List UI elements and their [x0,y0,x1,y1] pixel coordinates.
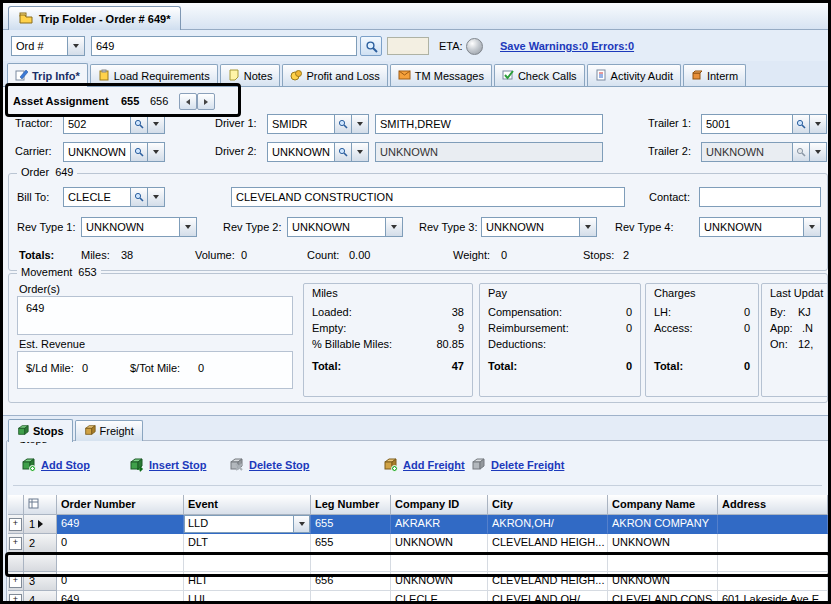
carrier-combo[interactable]: UNKNOWN [63,142,165,162]
col-header-address[interactable]: Address [718,495,828,515]
cell-company-name[interactable]: AKRON COMPANY [608,515,718,534]
col-header-order-number[interactable]: Order Number [57,495,184,515]
cell-event[interactable]: DLT [184,534,311,553]
tractor-combo[interactable]: 502 [63,114,165,134]
expand-icon[interactable] [9,537,22,550]
bill-to-input[interactable]: CLECLE [63,187,130,207]
rev-type-2-dropdown-button[interactable] [385,217,403,237]
cell-company-id[interactable]: CLECLE [391,591,488,604]
tab-intermodal[interactable]: Interm [683,64,746,86]
window-tab[interactable]: Trip Folder - Order # 649* [8,6,181,30]
cell-event[interactable]: HLT [184,572,311,591]
driver2-dropdown-button[interactable] [351,142,369,162]
driver2-lookup-button[interactable] [334,142,351,162]
tab-notes[interactable]: Notes [220,64,281,86]
row-number-cell[interactable]: 2 [24,534,57,553]
row-expand-cell[interactable] [8,591,24,604]
event-combo[interactable]: LLD [184,515,310,533]
orders-box[interactable]: 649 [17,296,293,335]
stop-row-1[interactable]: 1 649 LLD 655 AKRAKR AKRON,OH/ AKRON COM… [8,515,828,534]
trailer1-dropdown-button[interactable] [809,114,827,134]
delete-freight-link[interactable]: Delete Freight [471,457,564,473]
delete-freight-label[interactable]: Delete Freight [491,459,564,471]
cell-leg-number[interactable]: 656 [311,572,391,591]
row-expand-cell[interactable] [8,572,24,591]
cell-order-number[interactable]: 0 [57,572,184,591]
expand-icon[interactable] [9,518,22,531]
add-stop-link[interactable]: Add Stop [21,457,90,473]
cell-city[interactable]: CLEVELAND HEIGH... [488,572,608,591]
delete-stop-link[interactable]: Delete Stop [229,457,310,473]
cell-company-name[interactable]: CLEVELAND CONS... [608,591,718,604]
trailer2-dropdown-button[interactable] [809,142,827,162]
bill-to-combo[interactable]: CLECLE [63,187,165,207]
event-dropdown-button[interactable] [293,516,309,532]
tab-trip-info[interactable]: Trip Info* [7,63,88,87]
col-header-leg-number[interactable]: Leg Number [311,495,391,515]
cell-address[interactable] [718,572,828,591]
grid-row-selector-header[interactable] [24,495,57,515]
col-header-company-id[interactable]: Company ID [391,495,488,515]
cell-company-id[interactable]: UNKNOWN [391,534,488,553]
bill-to-dropdown-button[interactable] [147,187,165,207]
driver2-combo[interactable]: UNKNOWN [267,142,369,162]
tractor-input[interactable]: 502 [63,114,130,134]
cell-order-number[interactable]: 649 [57,591,184,604]
rev-type-1-dropdown-button[interactable] [179,217,197,237]
driver1-lookup-button[interactable] [334,114,351,134]
search-button[interactable] [360,36,382,56]
row-expand-cell[interactable] [8,534,24,553]
stop-row-4[interactable]: 4 649 LUL CLECLE CLEVELAND,OH/ CLEVELAND… [8,591,828,604]
cell-address[interactable] [718,515,828,534]
cell-leg-number[interactable] [311,591,391,604]
bill-to-lookup-button[interactable] [130,187,147,207]
driver2-input[interactable]: UNKNOWN [267,142,334,162]
cell-order-number[interactable]: 0 [57,534,184,553]
carrier-lookup-button[interactable] [130,142,147,162]
driver1-input[interactable]: SMIDR [267,114,334,134]
trailer1-input[interactable]: 5001 [701,114,792,134]
add-freight-label[interactable]: Add Freight [403,459,465,471]
rev-type-2-select[interactable]: UNKNOWN [287,217,403,237]
save-warnings-link[interactable]: Save Warnings:0 Errors:0 [500,40,634,52]
order-number-input[interactable]: 649 [91,36,357,56]
row-number-cell[interactable]: 3 [24,572,57,591]
add-stop-label[interactable]: Add Stop [41,459,90,471]
carrier-dropdown-button[interactable] [147,142,165,162]
cell-address[interactable]: 601 Lakeside Ave E [718,591,828,604]
row-expand-cell[interactable] [8,515,24,534]
cell-leg-number[interactable]: 655 [311,534,391,553]
col-header-city[interactable]: City [488,495,608,515]
driver1-combo[interactable]: SMIDR [267,114,369,134]
tab-tm-messages[interactable]: TM Messages [390,64,492,86]
insert-stop-label[interactable]: Insert Stop [149,459,206,471]
asset-move-2[interactable]: 656 [150,95,168,107]
cell-event[interactable]: LUL [184,591,311,604]
tab-stops[interactable]: Stops [8,419,73,442]
cell-city[interactable]: CLEVELAND HEIGH... [488,534,608,553]
carrier-input[interactable]: UNKNOWN [63,142,130,162]
cell-city[interactable]: AKRON,OH/ [488,515,608,534]
rev-type-4-select[interactable]: UNKNOWN [699,217,821,237]
cell-company-id[interactable]: UNKNOWN [391,572,488,591]
stop-row-3[interactable]: 3 0 HLT 656 UNKNOWN CLEVELAND HEIGH... U… [8,572,828,591]
cell-company-id[interactable]: AKRAKR [391,515,488,534]
cell-company-name[interactable]: UNKNOWN [608,572,718,591]
cell-leg-number[interactable]: 655 [311,515,391,534]
expand-icon[interactable] [9,594,22,604]
cell-address[interactable] [718,534,828,553]
trailer1-lookup-button[interactable] [792,114,809,134]
rev-type-4-dropdown-button[interactable] [803,217,821,237]
prev-move-button[interactable] [179,93,197,110]
col-header-company-name[interactable]: Company Name [608,495,718,515]
rev-type-3-dropdown-button[interactable] [579,217,597,237]
trailer2-lookup-button[interactable] [792,142,809,162]
trailer2-input[interactable]: UNKNOWN [701,142,792,162]
tab-load-requirements[interactable]: Load Requirements [90,64,218,86]
add-freight-link[interactable]: Add Freight [383,457,465,473]
tab-check-calls[interactable]: Check Calls [494,64,585,86]
rev-type-3-select[interactable]: UNKNOWN [481,217,597,237]
rev-type-1-select[interactable]: UNKNOWN [81,217,197,237]
ord-type-dropdown-button[interactable] [67,36,85,56]
trailer1-combo[interactable]: 5001 [701,114,827,134]
